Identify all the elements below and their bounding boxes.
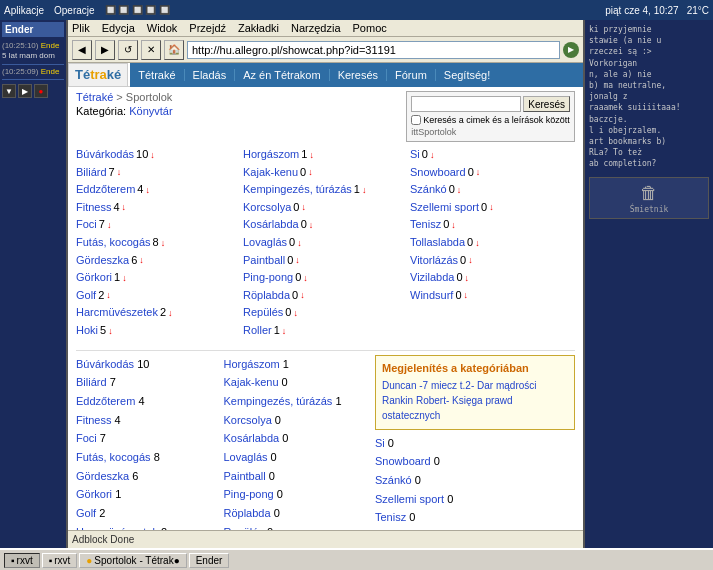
menu-pomoc[interactable]: Pomoc (353, 22, 387, 34)
apps-menu[interactable]: Aplikacje (4, 5, 44, 16)
sport-link-futás[interactable]: Futás, kocogás (76, 234, 151, 252)
right-link-szellemi[interactable]: Szellemi sport (375, 493, 444, 505)
right-link-tenisz[interactable]: Tenisz (375, 511, 406, 523)
lower-link-fitness[interactable]: Fitness (76, 414, 111, 426)
right-link-szánkó[interactable]: Szánkó (375, 474, 412, 486)
sport-link-vizilabda[interactable]: Vizilabda (410, 269, 454, 287)
lower-link-horgászom[interactable]: Horgászom (224, 358, 280, 370)
search-box: Keresés Keresés a cimek és a leírások kö… (406, 91, 575, 142)
sport-foci: Foci 7 ↓ (76, 216, 241, 234)
lower-link-golf[interactable]: Golf (76, 507, 96, 519)
sport-link-foci[interactable]: Foci (76, 216, 97, 234)
sport-link-hoki[interactable]: Hoki (76, 322, 98, 340)
lower-link-lovaglás[interactable]: Lovaglás (224, 451, 268, 463)
lower-sport-foci: Foci 7 (76, 429, 220, 448)
sport-link-lovaglás[interactable]: Lovaglás (243, 234, 287, 252)
reload-button[interactable]: ↺ (118, 40, 138, 60)
sport-link-szánkó[interactable]: Szánkó (410, 181, 447, 199)
lower-link-görkori[interactable]: Görkori (76, 488, 112, 500)
sport-link-buvárkodás[interactable]: Búvárkodás (76, 146, 134, 164)
sidebar-btn-2[interactable]: ▶ (18, 84, 32, 98)
search-button[interactable]: Keresés (523, 96, 570, 112)
nav-az-en[interactable]: Az én Tétrakom (235, 69, 329, 81)
sidebar-btn-1[interactable]: ▼ (2, 84, 16, 98)
lower-link-korcsolya[interactable]: Korcsolya (224, 414, 272, 426)
lower-link-kemping[interactable]: Kempingezés, túrázás (224, 395, 333, 407)
go-button[interactable]: ▶ (563, 42, 579, 58)
back-button[interactable]: ◀ (72, 40, 92, 60)
menu-zakladki[interactable]: Zakładki (238, 22, 279, 34)
sport-eddzőterem: Eddzőterem 4 ↓ (76, 181, 241, 199)
home-button[interactable]: 🏠 (164, 40, 184, 60)
sport-link-korcsolya[interactable]: Korcsolya (243, 199, 291, 217)
ads-item-2[interactable]: Rankin Robert- Księga prawd ostatecznych (382, 393, 568, 423)
ops-menu[interactable]: Operacje (54, 5, 95, 16)
forward-button[interactable]: ▶ (95, 40, 115, 60)
menu-przejdz[interactable]: Przejdź (189, 22, 226, 34)
taskbar-item-sportolok[interactable]: ● Sportolok - Tétrak● (79, 553, 186, 568)
sport-link-paintball[interactable]: Paintball (243, 252, 285, 270)
menu-narzedzia[interactable]: Narzędzia (291, 22, 341, 34)
right-link-snowboard[interactable]: Snowboard (375, 455, 431, 467)
menu-plik[interactable]: Plik (72, 22, 90, 34)
nav-forum[interactable]: Fórum (387, 69, 436, 81)
taskbar-item-rxvt-1[interactable]: ▪ rxvt (4, 553, 40, 568)
search-checkbox[interactable] (411, 115, 421, 125)
sport-golf: Golf 2 ↓ (76, 287, 241, 305)
sport-link-kajak[interactable]: Kajak-kenu (243, 164, 298, 182)
sport-link-harcm[interactable]: Harcmüvészetek (76, 304, 158, 322)
right-link-si[interactable]: Si (375, 437, 385, 449)
stop-button[interactable]: ✕ (141, 40, 161, 60)
breadcrumb-home[interactable]: Tétraké (76, 91, 113, 103)
menu-widok[interactable]: Widok (147, 22, 178, 34)
sport-link-szellemi[interactable]: Szellemi sport (410, 199, 479, 217)
sport-link-si[interactable]: Si (410, 146, 420, 164)
search-checkbox-label: Keresés a cimek és a leírások között (423, 115, 570, 125)
sport-link-görkori[interactable]: Görkori (76, 269, 112, 287)
lower-sports-grid: Búvárkodás 10 Biliárd 7 Eddzőterem 4 Fit… (76, 355, 367, 530)
nav-eladas[interactable]: Eladás (185, 69, 236, 81)
lower-link-futás[interactable]: Futás, kocogás (76, 451, 151, 463)
menu-edycja[interactable]: Edycja (102, 22, 135, 34)
sport-link-pingpong[interactable]: Ping-pong (243, 269, 293, 287)
lower-link-gördeszka[interactable]: Gördeszka (76, 470, 129, 482)
lower-link-röplabda[interactable]: Röplabda (224, 507, 271, 519)
sport-link-horgászom[interactable]: Horgászom (243, 146, 299, 164)
sport-link-tollaslabda[interactable]: Tollaslabda (410, 234, 465, 252)
sport-link-tenisz[interactable]: Tenisz (410, 216, 441, 234)
sport-link-golf[interactable]: Golf (76, 287, 96, 305)
ads-item-1[interactable]: Duncan -7 miecz t.2- Dar mądrości (382, 378, 568, 393)
sport-link-repülés[interactable]: Repülés (243, 304, 283, 322)
sport-link-windsurf[interactable]: Windsurf (410, 287, 453, 305)
search-input[interactable] (411, 96, 521, 112)
sport-link-biliárd[interactable]: Biliárd (76, 164, 107, 182)
lower-link-foci[interactable]: Foci (76, 432, 97, 444)
taskbar-item-ender[interactable]: Ender (189, 553, 230, 568)
sport-link-gördeszka[interactable]: Gördeszka (76, 252, 129, 270)
nav-segitseg[interactable]: Segítség! (436, 69, 498, 81)
taskbar-item-rxvt-2[interactable]: ▪ rxvt (42, 553, 78, 568)
lower-link-biliárd[interactable]: Biliárd (76, 376, 107, 388)
sport-link-röplabda[interactable]: Röplabda (243, 287, 290, 305)
sport-link-kemping[interactable]: Kempingezés, túrázás (243, 181, 352, 199)
trash-label: Śmietnik (594, 205, 704, 214)
lower-link-pingpong[interactable]: Ping-pong (224, 488, 274, 500)
sport-link-roller[interactable]: Roller (243, 322, 272, 340)
lower-link-buvárkodás[interactable]: Búvárkodás (76, 358, 134, 370)
sport-link-eddzőterem[interactable]: Eddzőterem (76, 181, 135, 199)
nav-kereses[interactable]: Keresés (330, 69, 387, 81)
lower-link-paintball[interactable]: Paintball (224, 470, 266, 482)
sport-link-snowboard[interactable]: Snowboard (410, 164, 466, 182)
sidebar-btn-3[interactable]: ● (34, 84, 48, 98)
lower-link-kajak[interactable]: Kajak-kenu (224, 376, 279, 388)
nav-tetrak[interactable]: Tétraké (130, 69, 184, 81)
lower-link-kosárlabda[interactable]: Kosárlabda (224, 432, 280, 444)
sport-link-vitorlázás[interactable]: Vitorlázás (410, 252, 458, 270)
lower-link-eddzőterem[interactable]: Eddzőterem (76, 395, 135, 407)
right-sport-szánkó: Szánkó 0 (375, 471, 575, 490)
browser-frame: Plik Edycja Widok Przejdź Zakładki Narzę… (68, 20, 583, 548)
category-link[interactable]: Könyvtár (129, 105, 172, 117)
address-input[interactable] (187, 41, 560, 59)
sport-link-kosárlabda[interactable]: Kosárlabda (243, 216, 299, 234)
sport-link-fitness[interactable]: Fitness (76, 199, 111, 217)
